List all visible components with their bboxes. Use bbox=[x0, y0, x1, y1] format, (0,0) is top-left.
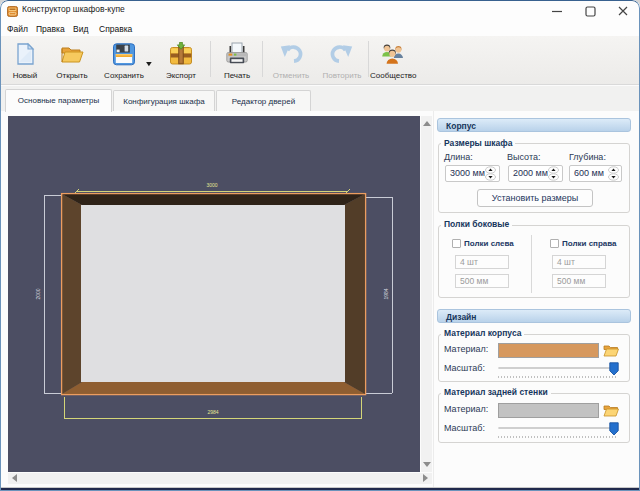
svg-text:2984: 2984 bbox=[207, 409, 218, 415]
svg-text:2000: 2000 bbox=[35, 288, 41, 299]
svg-text:1984: 1984 bbox=[383, 288, 389, 299]
svg-text:3000: 3000 bbox=[206, 182, 217, 188]
